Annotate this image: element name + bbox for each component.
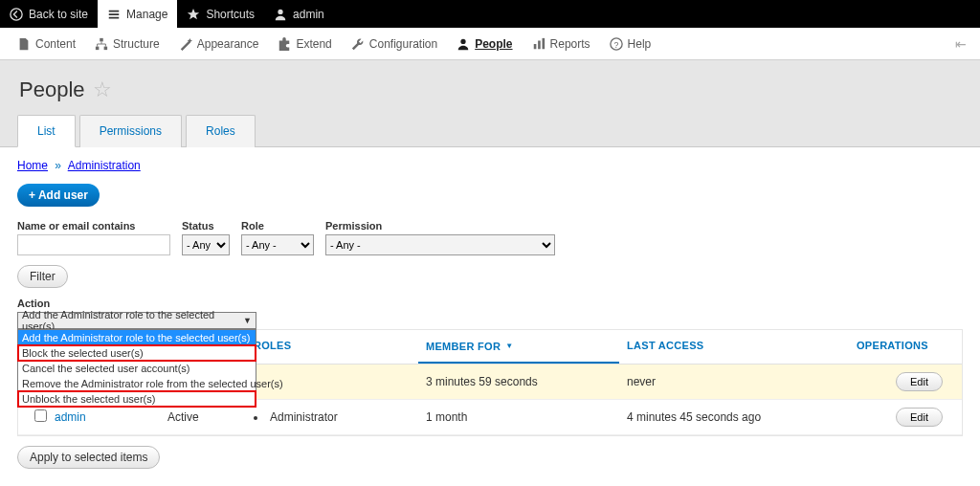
puzzle-icon	[278, 37, 291, 51]
th-operations: OPERATIONS	[849, 330, 962, 364]
sort-desc-icon: ▼	[505, 342, 513, 350]
filter-role-label: Role	[241, 220, 314, 232]
th-roles[interactable]: ROLES	[246, 330, 418, 364]
back-icon	[10, 8, 23, 21]
action-label: Action	[17, 298, 256, 309]
hierarchy-icon	[95, 37, 108, 51]
file-icon	[17, 37, 31, 51]
breadcrumb-home[interactable]: Home	[17, 159, 48, 172]
svg-rect-6	[533, 44, 536, 49]
menu-appearance[interactable]: Appearance	[169, 33, 269, 55]
menu-help[interactable]: ?Help	[600, 33, 661, 55]
edit-button[interactable]: Edit	[896, 408, 943, 427]
breadcrumb: Home » Administration	[17, 159, 963, 172]
back-label: Back to site	[29, 8, 88, 21]
user-menu[interactable]: admin	[264, 0, 334, 28]
tab-roles[interactable]: Roles	[186, 115, 256, 147]
hamburger-icon	[107, 8, 121, 21]
th-member-for[interactable]: MEMBER FOR▼	[418, 330, 619, 364]
favorite-star-icon[interactable]: ☆	[93, 77, 112, 102]
edit-button[interactable]: Edit	[896, 372, 943, 391]
shortcuts[interactable]: Shortcuts	[177, 0, 264, 28]
tab-list[interactable]: List	[17, 115, 76, 147]
people-icon	[457, 37, 470, 51]
user-link[interactable]: admin	[55, 410, 86, 424]
filter-status-select[interactable]: - Any -	[182, 234, 230, 255]
tab-permissions[interactable]: Permissions	[79, 115, 182, 147]
bars-icon	[532, 37, 546, 51]
action-dropdown: Add the Administrator role to the select…	[17, 329, 256, 408]
manage-toggle[interactable]: Manage	[98, 0, 177, 28]
svg-text:?: ?	[613, 39, 618, 49]
svg-rect-2	[100, 37, 103, 41]
action-option[interactable]: Block the selected user(s)	[18, 345, 256, 361]
page-title: People ☆	[19, 77, 963, 102]
shortcuts-label: Shortcuts	[206, 8, 255, 21]
cell-roles: Administrator	[254, 410, 426, 424]
action-option[interactable]: Add the Administrator role to the select…	[18, 330, 256, 345]
manage-label: Manage	[126, 8, 167, 21]
svg-point-0	[11, 8, 22, 19]
svg-rect-4	[104, 46, 108, 50]
svg-point-5	[461, 38, 466, 43]
cell-member-for: 1 month	[426, 410, 627, 424]
back-to-site[interactable]: Back to site	[0, 0, 98, 28]
wrench-icon	[351, 37, 365, 51]
filter-role-select[interactable]: - Any -	[241, 234, 314, 255]
menu-configuration[interactable]: Configuration	[342, 33, 447, 55]
svg-rect-8	[542, 37, 545, 48]
svg-rect-3	[96, 46, 100, 50]
filter-permission-select[interactable]: - Any -	[325, 234, 555, 255]
th-last-access[interactable]: LAST ACCESS	[619, 330, 849, 364]
orientation-toggle-icon[interactable]: ⇤	[949, 36, 972, 52]
action-option[interactable]: Cancel the selected user account(s)	[18, 361, 256, 376]
cell-member-for: 3 minutes 59 seconds	[426, 375, 627, 388]
filter-permission-label: Permission	[325, 220, 555, 232]
star-icon	[187, 8, 200, 21]
apply-button[interactable]: Apply to selected items	[17, 446, 160, 469]
menu-structure[interactable]: Structure	[85, 33, 169, 55]
cell-status: Active	[167, 410, 254, 424]
action-option[interactable]: Unblock the selected user(s)	[18, 391, 256, 407]
menu-people[interactable]: People	[447, 33, 522, 55]
cell-last-access: 4 minutes 45 seconds ago	[627, 410, 857, 424]
svg-rect-7	[538, 40, 541, 49]
filter-name-input[interactable]	[17, 234, 170, 255]
wand-icon	[179, 37, 192, 51]
action-select[interactable]: Add the Administrator role to the select…	[17, 312, 256, 329]
breadcrumb-admin[interactable]: Administration	[68, 159, 141, 172]
cell-last-access: never	[627, 375, 857, 388]
help-icon: ?	[610, 37, 623, 51]
menu-content[interactable]: Content	[8, 33, 85, 55]
filter-button[interactable]: Filter	[17, 265, 68, 288]
svg-point-1	[278, 9, 282, 13]
chevron-down-icon: ▼	[243, 316, 252, 325]
filter-name-label: Name or email contains	[17, 220, 170, 232]
add-user-button[interactable]: + Add user	[17, 184, 100, 207]
filter-status-label: Status	[182, 220, 230, 232]
action-option[interactable]: Remove the Administrator role from the s…	[18, 376, 256, 391]
user-icon	[274, 8, 287, 21]
row-checkbox[interactable]	[34, 409, 47, 422]
menu-reports[interactable]: Reports	[523, 33, 600, 55]
menu-extend[interactable]: Extend	[268, 33, 341, 55]
user-label: admin	[293, 8, 324, 21]
